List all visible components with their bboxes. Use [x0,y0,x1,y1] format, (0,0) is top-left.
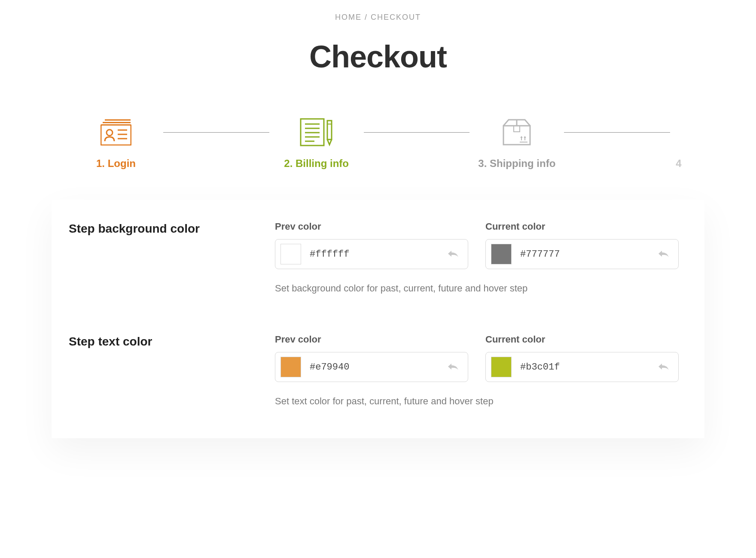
setting-description: Set text color for past, current, future… [275,394,679,408]
undo-arrow-icon [658,362,670,372]
color-input-text-current[interactable] [485,352,679,382]
page-title: Checkout [52,39,704,74]
svg-point-3 [107,130,113,136]
undo-arrow-icon [658,249,670,259]
breadcrumb-home-link[interactable]: HOME [335,13,362,21]
setting-row-bg-color: Step background color Prev color [69,221,679,295]
document-pen-icon [300,117,333,147]
setting-description: Set background color for past, current, … [275,281,679,295]
package-box-icon [503,117,531,147]
reset-button[interactable] [445,361,461,373]
step-connector [163,132,269,133]
color-value-input[interactable] [520,249,656,260]
color-input-text-prev[interactable] [275,352,468,382]
color-input-bg-prev[interactable] [275,239,468,269]
breadcrumb-current: CHECKOUT [371,13,421,21]
step-four[interactable]: 4 [670,117,687,170]
step-billing[interactable]: 2. Billing info [269,117,364,170]
reset-button[interactable] [656,248,671,261]
breadcrumb-separator: / [362,13,371,21]
color-swatch[interactable] [280,357,301,377]
color-input-bg-current[interactable] [485,239,679,269]
field-label-current: Current color [485,334,679,345]
step-label: 2. Billing info [284,158,349,170]
reset-button[interactable] [656,361,671,373]
color-swatch[interactable] [491,357,512,377]
field-label-prev: Prev color [275,334,468,345]
step-connector [364,132,470,133]
svg-rect-1 [103,122,131,123]
svg-rect-0 [105,119,131,121]
login-card-icon [101,117,131,147]
step-shipping[interactable]: 3. Shipping info [469,117,564,170]
svg-rect-17 [514,126,520,132]
step-label: 4 [676,158,681,170]
color-swatch[interactable] [280,244,301,264]
color-value-input[interactable] [310,362,445,373]
color-swatch[interactable] [491,244,512,264]
undo-arrow-icon [447,249,459,259]
svg-rect-13 [327,121,332,140]
color-value-input[interactable] [310,249,445,260]
field-label-prev: Prev color [275,221,468,232]
step-login[interactable]: 1. Login [69,117,163,170]
step-connector [564,132,670,133]
reset-button[interactable] [445,248,461,261]
color-value-input[interactable] [520,362,656,373]
step-label: 1. Login [96,158,136,170]
checkout-steps: 1. Login 2. Billing info [52,117,704,170]
setting-row-text-color: Step text color Prev color [69,334,679,408]
setting-title: Step text color [69,334,275,349]
undo-arrow-icon [447,362,459,372]
step-label: 3. Shipping info [478,158,555,170]
setting-title: Step background color [69,221,275,236]
breadcrumb: HOME / CHECKOUT [52,13,704,22]
field-label-current: Current color [485,221,679,232]
settings-card: Step background color Prev color [52,200,704,438]
